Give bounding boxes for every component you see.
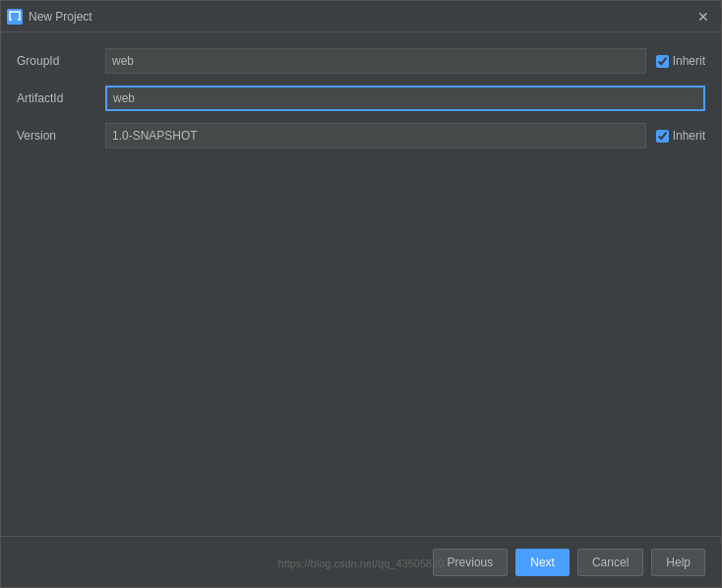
groupid-inherit-label: Inherit <box>673 54 705 68</box>
dialog-icon <box>7 9 23 25</box>
dialog-content: GroupId Inherit ArtifactId Version Inher… <box>1 32 721 536</box>
groupid-input[interactable] <box>105 48 646 74</box>
version-inherit: Inherit <box>656 129 705 143</box>
title-bar-left: New Project <box>7 9 92 25</box>
version-label: Version <box>17 129 95 143</box>
artifactid-label: ArtifactId <box>17 91 95 105</box>
groupid-label: GroupId <box>17 54 95 68</box>
title-bar: New Project ✕ <box>1 1 721 32</box>
version-input[interactable] <box>105 123 646 148</box>
version-inherit-label: Inherit <box>673 129 705 143</box>
groupid-inherit-checkbox[interactable] <box>656 55 669 68</box>
new-project-dialog: New Project ✕ GroupId Inherit ArtifactId… <box>0 0 722 588</box>
watermark: https://blog.csdn.net/qq_43505820 <box>1 558 721 569</box>
version-inherit-checkbox[interactable] <box>656 130 669 143</box>
dialog-title: New Project <box>29 10 92 24</box>
artifactid-input[interactable] <box>105 86 705 111</box>
svg-rect-1 <box>12 19 18 21</box>
groupid-row: GroupId Inherit <box>17 48 705 74</box>
watermark-text: https://blog.csdn.net/qq_43505820 <box>278 558 445 569</box>
svg-rect-0 <box>10 12 20 20</box>
artifactid-row: ArtifactId <box>17 86 705 111</box>
version-row: Version Inherit <box>17 123 705 148</box>
content-spacer <box>17 160 705 536</box>
close-button[interactable]: ✕ <box>693 7 713 27</box>
groupid-inherit: Inherit <box>656 54 705 68</box>
